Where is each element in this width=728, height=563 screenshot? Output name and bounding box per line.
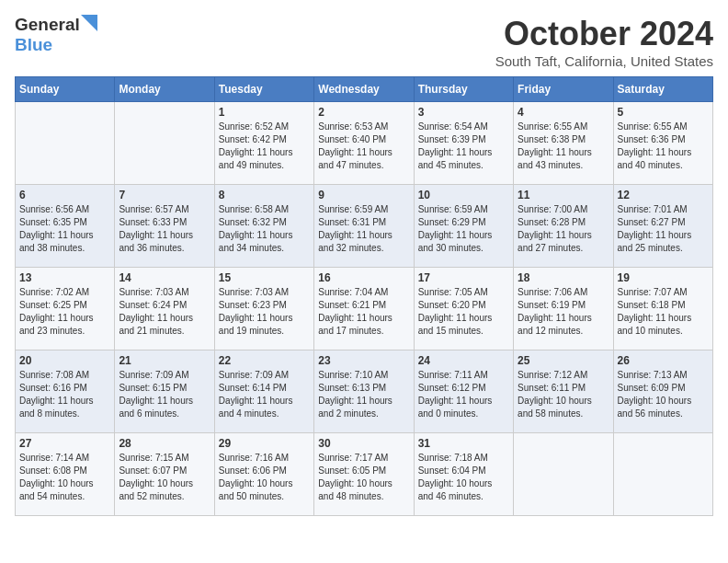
day-info: Sunrise: 7:09 AM Sunset: 6:15 PM Dayligh… xyxy=(119,369,210,420)
calendar-week-row: 13Sunrise: 7:02 AM Sunset: 6:25 PM Dayli… xyxy=(16,268,713,350)
day-info: Sunrise: 7:10 AM Sunset: 6:13 PM Dayligh… xyxy=(318,369,409,420)
calendar-week-row: 1Sunrise: 6:52 AM Sunset: 6:42 PM Daylig… xyxy=(16,102,713,185)
day-info: Sunrise: 6:52 AM Sunset: 6:42 PM Dayligh… xyxy=(219,121,310,172)
weekday-header-cell: Sunday xyxy=(16,77,115,102)
calendar-day-cell: 6Sunrise: 6:56 AM Sunset: 6:35 PM Daylig… xyxy=(16,185,115,268)
day-number: 18 xyxy=(518,271,609,284)
day-number: 5 xyxy=(618,106,709,119)
day-info: Sunrise: 7:03 AM Sunset: 6:23 PM Dayligh… xyxy=(219,286,310,338)
day-info: Sunrise: 6:54 AM Sunset: 6:39 PM Dayligh… xyxy=(418,121,509,172)
weekday-header-cell: Thursday xyxy=(414,77,513,102)
day-info: Sunrise: 7:02 AM Sunset: 6:25 PM Dayligh… xyxy=(19,286,110,338)
svg-marker-0 xyxy=(81,15,97,31)
day-number: 3 xyxy=(418,106,509,119)
day-number: 31 xyxy=(418,437,509,450)
day-number: 15 xyxy=(219,271,310,284)
day-number: 16 xyxy=(318,271,409,284)
day-info: Sunrise: 6:59 AM Sunset: 6:31 PM Dayligh… xyxy=(318,203,409,255)
day-info: Sunrise: 7:03 AM Sunset: 6:24 PM Dayligh… xyxy=(119,286,210,338)
day-number: 17 xyxy=(418,271,509,284)
calendar-day-cell: 13Sunrise: 7:02 AM Sunset: 6:25 PM Dayli… xyxy=(16,268,115,350)
weekday-header-cell: Wednesday xyxy=(314,77,414,102)
day-number: 27 xyxy=(19,437,110,450)
calendar-day-cell: 16Sunrise: 7:04 AM Sunset: 6:21 PM Dayli… xyxy=(314,268,414,350)
calendar-day-cell: 31Sunrise: 7:18 AM Sunset: 6:04 PM Dayli… xyxy=(414,433,513,516)
day-info: Sunrise: 7:13 AM Sunset: 6:09 PM Dayligh… xyxy=(618,369,709,420)
calendar-day-cell: 21Sunrise: 7:09 AM Sunset: 6:15 PM Dayli… xyxy=(115,350,214,433)
calendar-day-cell: 10Sunrise: 6:59 AM Sunset: 6:29 PM Dayli… xyxy=(414,185,513,268)
logo-blue: Blue xyxy=(15,35,52,54)
calendar-day-cell: 26Sunrise: 7:13 AM Sunset: 6:09 PM Dayli… xyxy=(613,350,712,433)
day-number: 6 xyxy=(19,189,110,201)
calendar-day-cell xyxy=(16,102,115,185)
logo-general: General xyxy=(15,15,80,35)
day-number: 10 xyxy=(418,189,509,201)
calendar-day-cell: 1Sunrise: 6:52 AM Sunset: 6:42 PM Daylig… xyxy=(214,102,313,185)
calendar-week-row: 27Sunrise: 7:14 AM Sunset: 6:08 PM Dayli… xyxy=(16,433,713,516)
day-info: Sunrise: 7:08 AM Sunset: 6:16 PM Dayligh… xyxy=(19,369,110,420)
calendar-day-cell: 29Sunrise: 7:16 AM Sunset: 6:06 PM Dayli… xyxy=(214,433,313,516)
day-info: Sunrise: 7:04 AM Sunset: 6:21 PM Dayligh… xyxy=(318,286,409,338)
weekday-header-cell: Saturday xyxy=(613,77,712,102)
calendar-day-cell: 14Sunrise: 7:03 AM Sunset: 6:24 PM Dayli… xyxy=(115,268,214,350)
day-number: 19 xyxy=(618,271,709,284)
day-info: Sunrise: 6:55 AM Sunset: 6:36 PM Dayligh… xyxy=(618,121,709,172)
day-number: 23 xyxy=(318,354,409,367)
day-number: 26 xyxy=(618,354,709,367)
day-number: 4 xyxy=(518,106,609,119)
calendar-day-cell: 12Sunrise: 7:01 AM Sunset: 6:27 PM Dayli… xyxy=(613,185,712,268)
calendar-day-cell: 27Sunrise: 7:14 AM Sunset: 6:08 PM Dayli… xyxy=(16,433,115,516)
calendar-day-cell xyxy=(613,433,712,516)
calendar-day-cell: 28Sunrise: 7:15 AM Sunset: 6:07 PM Dayli… xyxy=(115,433,214,516)
day-info: Sunrise: 7:15 AM Sunset: 6:07 PM Dayligh… xyxy=(119,452,210,503)
day-number: 20 xyxy=(19,354,110,367)
page-header: General Blue October 2024 South Taft, Ca… xyxy=(15,15,713,69)
calendar-day-cell: 9Sunrise: 6:59 AM Sunset: 6:31 PM Daylig… xyxy=(314,185,414,268)
day-number: 13 xyxy=(19,271,110,284)
calendar-table: SundayMondayTuesdayWednesdayThursdayFrid… xyxy=(15,76,713,516)
location: South Taft, California, United States xyxy=(495,53,713,69)
day-number: 12 xyxy=(618,189,709,201)
day-info: Sunrise: 7:07 AM Sunset: 6:18 PM Dayligh… xyxy=(618,286,709,338)
weekday-header-cell: Tuesday xyxy=(214,77,313,102)
calendar-day-cell: 4Sunrise: 6:55 AM Sunset: 6:38 PM Daylig… xyxy=(514,102,613,185)
calendar-day-cell: 19Sunrise: 7:07 AM Sunset: 6:18 PM Dayli… xyxy=(613,268,712,350)
weekday-header-cell: Friday xyxy=(514,77,613,102)
logo: General Blue xyxy=(15,15,97,55)
day-number: 24 xyxy=(418,354,509,367)
calendar-day-cell: 15Sunrise: 7:03 AM Sunset: 6:23 PM Dayli… xyxy=(214,268,313,350)
calendar-day-cell: 2Sunrise: 6:53 AM Sunset: 6:40 PM Daylig… xyxy=(314,102,414,185)
calendar-day-cell xyxy=(514,433,613,516)
calendar-day-cell: 17Sunrise: 7:05 AM Sunset: 6:20 PM Dayli… xyxy=(414,268,513,350)
day-number: 25 xyxy=(518,354,609,367)
calendar-day-cell: 20Sunrise: 7:08 AM Sunset: 6:16 PM Dayli… xyxy=(16,350,115,433)
day-number: 1 xyxy=(219,106,310,119)
day-number: 9 xyxy=(318,189,409,201)
calendar-body: 1Sunrise: 6:52 AM Sunset: 6:42 PM Daylig… xyxy=(16,102,713,516)
day-number: 7 xyxy=(119,189,210,201)
weekday-header-cell: Monday xyxy=(115,77,214,102)
day-number: 29 xyxy=(219,437,310,450)
day-number: 2 xyxy=(318,106,409,119)
day-info: Sunrise: 6:59 AM Sunset: 6:29 PM Dayligh… xyxy=(418,203,509,255)
day-info: Sunrise: 7:00 AM Sunset: 6:28 PM Dayligh… xyxy=(518,203,609,255)
day-info: Sunrise: 7:06 AM Sunset: 6:19 PM Dayligh… xyxy=(518,286,609,338)
calendar-day-cell: 5Sunrise: 6:55 AM Sunset: 6:36 PM Daylig… xyxy=(613,102,712,185)
calendar-day-cell: 8Sunrise: 6:58 AM Sunset: 6:32 PM Daylig… xyxy=(214,185,313,268)
calendar-week-row: 20Sunrise: 7:08 AM Sunset: 6:16 PM Dayli… xyxy=(16,350,713,433)
calendar-week-row: 6Sunrise: 6:56 AM Sunset: 6:35 PM Daylig… xyxy=(16,185,713,268)
day-info: Sunrise: 6:56 AM Sunset: 6:35 PM Dayligh… xyxy=(19,203,110,255)
day-number: 8 xyxy=(219,189,310,201)
calendar-day-cell: 3Sunrise: 6:54 AM Sunset: 6:39 PM Daylig… xyxy=(414,102,513,185)
calendar-day-cell: 18Sunrise: 7:06 AM Sunset: 6:19 PM Dayli… xyxy=(514,268,613,350)
calendar-day-cell xyxy=(115,102,214,185)
day-info: Sunrise: 7:05 AM Sunset: 6:20 PM Dayligh… xyxy=(418,286,509,338)
day-info: Sunrise: 6:55 AM Sunset: 6:38 PM Dayligh… xyxy=(518,121,609,172)
day-info: Sunrise: 7:01 AM Sunset: 6:27 PM Dayligh… xyxy=(618,203,709,255)
day-info: Sunrise: 6:57 AM Sunset: 6:33 PM Dayligh… xyxy=(119,203,210,255)
day-info: Sunrise: 7:12 AM Sunset: 6:11 PM Dayligh… xyxy=(518,369,609,420)
calendar-day-cell: 23Sunrise: 7:10 AM Sunset: 6:13 PM Dayli… xyxy=(314,350,414,433)
day-info: Sunrise: 6:58 AM Sunset: 6:32 PM Dayligh… xyxy=(219,203,310,255)
day-number: 28 xyxy=(119,437,210,450)
day-number: 21 xyxy=(119,354,210,367)
